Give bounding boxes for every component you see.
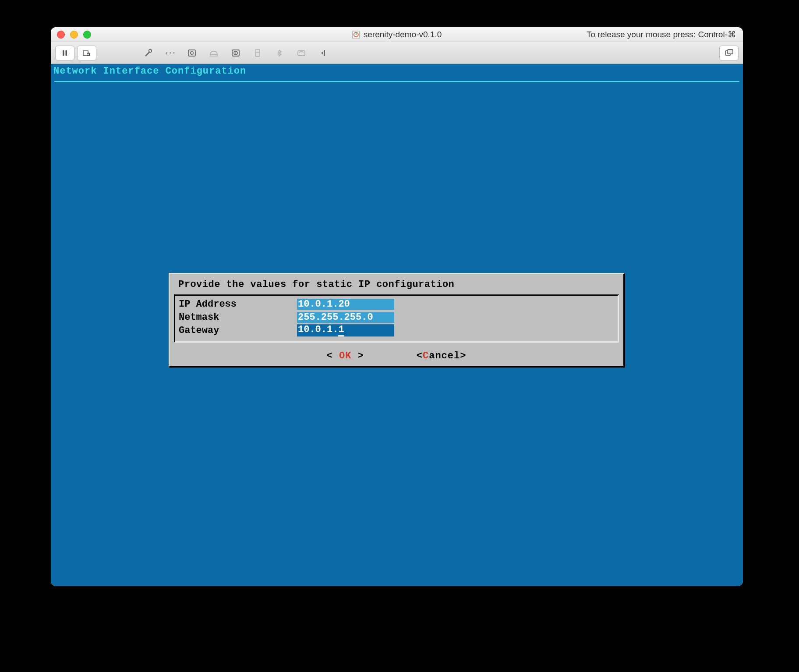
toolbar-collapse-icon[interactable] — [314, 46, 333, 60]
ip-config-dialog: Provide the values for static IP configu… — [169, 273, 625, 368]
text-cursor: 1 — [338, 324, 344, 336]
svg-text:‹··›: ‹··› — [165, 50, 175, 57]
svg-rect-3 — [63, 50, 64, 56]
disk-icon[interactable] — [182, 46, 202, 60]
window-titlebar: serenity-demo-v0.1.0 To release your mou… — [51, 27, 743, 42]
usb-icon[interactable] — [248, 46, 267, 60]
cancel-button[interactable]: <Cancel> — [417, 350, 467, 361]
window-title-text: serenity-demo-v0.1.0 — [364, 30, 442, 39]
cancel-rest: ancel — [429, 350, 460, 361]
cancel-bracket-close: > — [460, 350, 466, 361]
dialog-body: IP Address 10.0.1.20 Netmask 255.255.255… — [174, 294, 619, 343]
ok-bracket-open: < — [327, 350, 339, 361]
snapshot-button[interactable] — [77, 46, 96, 60]
svg-point-7 — [149, 49, 152, 52]
pause-button[interactable] — [55, 46, 74, 60]
vm-window: serenity-demo-v0.1.0 To release your mou… — [51, 27, 743, 586]
svg-rect-17 — [255, 52, 260, 57]
ip-address-label: IP Address — [179, 299, 297, 310]
vm-icon — [352, 31, 360, 39]
svg-rect-4 — [66, 50, 67, 56]
ip-address-input[interactable]: 10.0.1.20 — [297, 299, 394, 310]
zoom-window-button[interactable] — [83, 31, 91, 39]
terminal-rule — [54, 81, 739, 82]
dialog-title: Provide the values for static IP configu… — [174, 277, 619, 294]
ok-hotkey: O — [339, 350, 345, 361]
minimize-window-button[interactable] — [70, 31, 78, 39]
traffic-lights — [57, 31, 91, 39]
cancel-hotkey: C — [423, 350, 429, 361]
ok-bracket-close: > — [351, 350, 364, 361]
terminal-header: Network Interface Configuration — [51, 64, 743, 77]
svg-rect-16 — [256, 50, 259, 52]
svg-point-15 — [235, 52, 237, 53]
svg-rect-21 — [728, 50, 733, 54]
window-hint: To release your mouse press: Control-⌘ — [587, 29, 736, 39]
svg-rect-12 — [210, 55, 217, 56]
optical-icon[interactable] — [204, 46, 223, 60]
svg-rect-19 — [324, 50, 325, 56]
fullscreen-button[interactable] — [719, 46, 739, 60]
gateway-label: Gateway — [179, 325, 297, 336]
svg-rect-2 — [356, 32, 357, 35]
netmask-input[interactable]: 255.255.255.0 — [297, 312, 394, 323]
settings-icon[interactable] — [138, 46, 158, 60]
cancel-bracket-open: < — [417, 350, 423, 361]
dialog-buttons: < OK > <Cancel> — [174, 343, 619, 361]
vm-toolbar: ‹··› — [51, 42, 743, 64]
gateway-input[interactable]: 10.0.1.1 — [297, 324, 394, 336]
close-window-button[interactable] — [57, 31, 65, 39]
network-icon[interactable]: ‹··› — [160, 46, 180, 60]
ok-rest: K — [345, 350, 351, 361]
bluetooth-icon[interactable] — [270, 46, 289, 60]
cd-icon[interactable] — [226, 46, 245, 60]
field-row-ip: IP Address 10.0.1.20 — [179, 297, 614, 311]
terminal-screen: Network Interface Configuration Provide … — [51, 64, 743, 586]
field-row-netmask: Netmask 255.255.255.0 — [179, 311, 614, 324]
netmask-label: Netmask — [179, 312, 297, 323]
ok-button[interactable]: < OK > — [327, 350, 364, 361]
shared-folder-icon[interactable] — [292, 46, 311, 60]
gateway-value-prefix: 10.0.1. — [298, 324, 338, 335]
field-row-gateway: Gateway 10.0.1.1 — [179, 324, 614, 337]
svg-point-11 — [191, 53, 192, 53]
window-title: serenity-demo-v0.1.0 — [352, 30, 442, 39]
